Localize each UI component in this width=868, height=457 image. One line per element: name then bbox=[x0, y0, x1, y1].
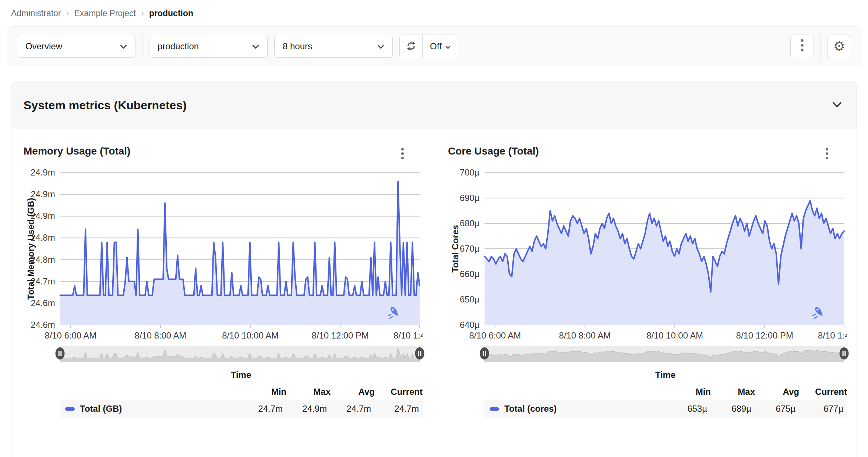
brush-handle-left[interactable] bbox=[479, 347, 490, 361]
svg-text:690µ: 690µ bbox=[460, 193, 480, 203]
legend-row[interactable]: Total (cores) 653µ 689µ 675µ 677µ bbox=[484, 400, 847, 418]
brush-track[interactable] bbox=[484, 346, 844, 362]
series-min: 653µ bbox=[663, 404, 707, 414]
chevron-down-icon bbox=[445, 41, 451, 52]
core-usage-chart-module: Core Usage (Total) 700µ690µ680µ670µ660µ6… bbox=[448, 145, 847, 418]
svg-text:24.9m: 24.9m bbox=[31, 189, 55, 199]
series-max: 689µ bbox=[707, 404, 751, 414]
svg-text:8/10 6:00 AM: 8/10 6:00 AM bbox=[45, 330, 96, 340]
svg-text:700µ: 700µ bbox=[460, 168, 480, 177]
legend-col-current: Current bbox=[799, 387, 847, 397]
svg-text:8/10 12:00 PM: 8/10 12:00 PM bbox=[736, 330, 793, 340]
chart-options-button[interactable] bbox=[397, 145, 408, 163]
svg-text:8/10 10:00 AM: 8/10 10:00 AM bbox=[646, 330, 703, 340]
refresh-interval-value: Off bbox=[430, 41, 442, 52]
series-name: Total (cores) bbox=[504, 404, 557, 414]
timerange-select[interactable]: 8 hours bbox=[274, 35, 393, 58]
svg-text:680µ: 680µ bbox=[460, 218, 480, 228]
svg-text:8/10 10:00 AM: 8/10 10:00 AM bbox=[222, 330, 279, 340]
time-brush bbox=[484, 346, 844, 362]
x-axis-title: Time bbox=[484, 370, 846, 380]
svg-text:640µ: 640µ bbox=[460, 320, 480, 330]
breadcrumb-separator: › bbox=[141, 8, 144, 18]
settings-button[interactable]: ⚙ bbox=[828, 35, 851, 58]
legend-col-avg: Avg bbox=[755, 387, 799, 397]
memory-usage-chart-module: Memory Usage (Total) 24.9m24.9m24.9m24.8… bbox=[24, 145, 423, 418]
breadcrumb-separator: › bbox=[66, 8, 69, 18]
toolbar-divider bbox=[821, 33, 821, 60]
svg-text:Total Cores: Total Cores bbox=[450, 225, 460, 272]
legend-col-current: Current bbox=[375, 387, 423, 397]
series-avg: 24.7m bbox=[327, 404, 371, 414]
legend-col-max: Max bbox=[286, 387, 331, 397]
chevron-down-icon bbox=[377, 41, 384, 52]
series-min: 24.7m bbox=[239, 404, 283, 414]
collapse-chevron-icon[interactable] bbox=[832, 102, 842, 109]
divider bbox=[11, 66, 857, 66]
series-swatch bbox=[65, 407, 75, 411]
dashboard-select[interactable]: Overview bbox=[17, 35, 135, 58]
svg-text:8/10 8:00 AM: 8/10 8:00 AM bbox=[559, 330, 611, 340]
brush-handle-right[interactable] bbox=[414, 347, 425, 361]
chart-legend: Min Max Avg Current Total (cores) 653µ 6… bbox=[484, 384, 847, 418]
time-brush bbox=[60, 346, 420, 362]
svg-text:8/10 6:00 AM: 8/10 6:00 AM bbox=[469, 330, 521, 340]
legend-header: Min Max Avg Current bbox=[484, 384, 847, 400]
svg-text:660µ: 660µ bbox=[460, 269, 480, 279]
legend-header: Min Max Avg Current bbox=[60, 384, 423, 400]
legend-col-min: Min bbox=[242, 387, 286, 397]
series-name: Total (GB) bbox=[80, 404, 122, 414]
svg-text:8/10 1:46 PM: 8/10 1:46 PM bbox=[394, 330, 423, 340]
section-title: System metrics (Kubernetes) bbox=[24, 99, 187, 112]
legend-col-avg: Avg bbox=[331, 387, 375, 397]
series-avg: 675µ bbox=[751, 404, 795, 414]
gear-icon: ⚙ bbox=[833, 40, 845, 53]
legend-col-min: Min bbox=[667, 387, 711, 397]
refresh-button[interactable] bbox=[400, 35, 423, 58]
memory-usage-chart[interactable]: 24.9m24.9m24.9m24.8m24.8m24.7m24.6m24.6m… bbox=[24, 168, 423, 340]
svg-text:Total Memory Used (GB): Total Memory Used (GB) bbox=[26, 198, 36, 300]
x-axis-title: Time bbox=[60, 370, 422, 380]
legend-col-max: Max bbox=[711, 387, 755, 397]
breadcrumb-org[interactable]: Administrator bbox=[11, 8, 61, 18]
brush-handle-right[interactable] bbox=[839, 347, 849, 361]
kebab-icon bbox=[825, 148, 829, 160]
chart-legend: Min Max Avg Current Total (GB) 24.7m 24.… bbox=[60, 384, 423, 418]
breadcrumb: Administrator › Example Project › produc… bbox=[0, 0, 868, 26]
toolbar: Overview production 8 hours bbox=[7, 27, 861, 66]
refresh-split-button: Off bbox=[399, 35, 458, 58]
charts-row: Memory Usage (Total) 24.9m24.9m24.9m24.8… bbox=[11, 128, 857, 440]
refresh-interval-select[interactable]: Off bbox=[423, 35, 458, 58]
section-header[interactable]: System metrics (Kubernetes) bbox=[11, 82, 857, 128]
chevron-down-icon bbox=[120, 41, 127, 52]
rocket-watermark-icon bbox=[386, 305, 402, 321]
brush-track[interactable] bbox=[60, 346, 420, 362]
series-current: 677µ bbox=[795, 404, 843, 414]
breadcrumb-project[interactable]: Example Project bbox=[74, 8, 135, 18]
chart-title: Core Usage (Total) bbox=[448, 145, 539, 157]
brush-handle-left[interactable] bbox=[55, 347, 65, 361]
core-usage-chart[interactable]: 700µ690µ680µ670µ660µ650µ640µ8/10 6:00 AM… bbox=[448, 168, 847, 340]
kebab-icon bbox=[800, 39, 804, 54]
svg-text:670µ: 670µ bbox=[460, 244, 480, 254]
series-max: 24.9m bbox=[283, 404, 327, 414]
svg-text:8/10 8:00 AM: 8/10 8:00 AM bbox=[135, 330, 187, 340]
svg-text:24.9m: 24.9m bbox=[31, 168, 55, 177]
dashboard-select-value: Overview bbox=[25, 41, 62, 52]
rocket-watermark-icon bbox=[810, 305, 826, 321]
series-swatch bbox=[490, 407, 499, 411]
svg-text:8/10 1:46 PM: 8/10 1:46 PM bbox=[818, 330, 847, 340]
chart-title: Memory Usage (Total) bbox=[24, 145, 130, 157]
series-current: 24.7m bbox=[371, 404, 419, 414]
cluster-select[interactable]: production bbox=[149, 35, 268, 58]
metrics-card: System metrics (Kubernetes) Memory Usage… bbox=[11, 82, 857, 457]
cluster-select-value: production bbox=[158, 41, 199, 52]
legend-row[interactable]: Total (GB) 24.7m 24.9m 24.7m 24.7m bbox=[60, 400, 423, 418]
more-options-button[interactable] bbox=[790, 35, 814, 58]
svg-text:24.6m: 24.6m bbox=[31, 320, 55, 330]
breadcrumb-cluster: production bbox=[149, 8, 193, 18]
svg-text:650µ: 650µ bbox=[460, 294, 480, 304]
svg-text:8/10 12:00 PM: 8/10 12:00 PM bbox=[312, 330, 369, 340]
kebab-icon bbox=[401, 148, 404, 160]
chart-options-button[interactable] bbox=[822, 145, 832, 163]
